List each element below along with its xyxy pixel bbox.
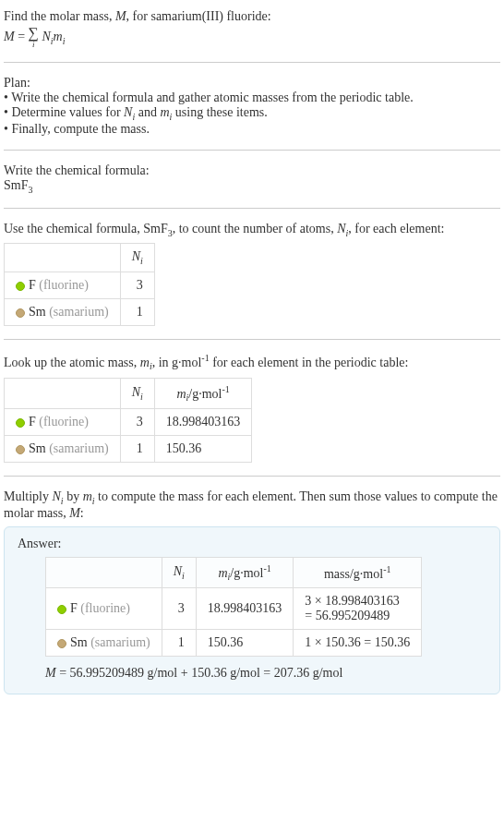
step2-prefix: Use the chemical formula, SmF [4,222,168,235]
element-dot-icon [57,605,66,614]
table2: Ni mi/g·mol-1 F (fluorine) 3 18.99840316… [4,378,252,463]
sigma-container: ∑i [29,26,39,49]
mass-cell: 3 × 18.998403163= 56.995209489 [294,588,422,630]
m-cell: 18.998403163 [196,588,294,630]
step2-var: N [337,222,345,235]
step3-sup: -1 [201,353,209,363]
element-cell: F (fluorine) [5,272,121,299]
element-name: (samarium) [88,635,150,649]
element-dot-icon [16,308,25,318]
element-cell: Sm (samarium) [46,630,162,657]
step2-mid: , to count the number of atoms, [173,222,337,235]
element-name: (fluorine) [36,415,89,429]
step3-section: Look up the atomic mass, mi, in g·mol-1 … [4,347,500,468]
answer-result: M = 56.995209489 g/mol + 150.36 g/mol = … [45,666,486,681]
sigma-sub: i [29,41,39,49]
table-header-n: Ni [120,378,154,408]
title-suffix: , for samarium(III) fluoride: [126,9,271,23]
table-row: Sm (samarium) 1 150.36 1 × 150.36 = 150.… [46,630,422,657]
sigma-icon: ∑ [29,25,39,41]
step4-mvar: M [69,506,80,520]
element-symbol: F [29,415,36,429]
plan-item: • Finally, compute the mass. [4,122,500,137]
step3-text: Look up the atomic mass, mi, in g·mol-1 … [4,353,500,371]
element-dot-icon [16,418,25,428]
divider [4,476,500,477]
element-dot-icon [57,639,66,648]
step4-m: m [83,489,92,503]
formula-sub: 3 [28,185,32,195]
divider [4,150,500,151]
formula-base: SmF [4,178,28,192]
step2-suffix: , for each element: [348,222,444,235]
answer-table: Ni mi/g·mol-1 mass/g·mol-1 F (fluorine) … [45,557,422,657]
element-name: (samarium) [46,305,109,319]
table-header-n: Ni [162,557,196,587]
element-dot-icon [16,445,25,454]
element-symbol: F [29,278,36,292]
table-header-row: Ni [5,244,155,272]
formula-n: N [42,30,50,43]
n-cell: 3 [120,409,154,436]
table-header-m: mi/g·mol-1 [154,378,252,408]
element-cell: F (fluorine) [46,588,162,630]
table-row: F (fluorine) 3 [5,272,155,299]
result-text: = 56.995209489 g/mol + 150.36 g/mol = 20… [56,666,343,680]
step4-prefix: Multiply [4,489,53,503]
formula-eq: = [15,30,29,43]
divider [4,62,500,63]
element-cell: Sm (samarium) [5,299,121,326]
n-cell: 1 [120,436,154,463]
element-symbol: Sm [29,441,46,455]
element-symbol: Sm [70,635,88,649]
step4-by: by [64,489,83,503]
table-header-n: Ni [120,244,154,272]
element-dot-icon [16,282,25,291]
m-cell: 150.36 [196,630,294,657]
table-header-mass: mass/g·mol-1 [294,557,422,587]
step3-var: m [140,356,150,369]
table-header-m: mi/g·mol-1 [196,557,294,587]
main-formula: M = ∑i Nimi [4,26,500,49]
element-cell: Sm (samarium) [5,436,121,463]
n-cell: 3 [162,588,196,630]
plan-item: • Determine values for Ni and mi using t… [4,105,500,122]
plan-heading: Plan: [4,76,500,91]
element-name: (fluorine) [36,278,89,292]
table-header-empty [46,557,162,587]
step3-mid: , in g·mol [152,356,202,369]
step4-section: Multiply Ni by mi to compute the mass fo… [4,484,500,700]
plan-section: Plan: • Write the chemical formula and g… [4,70,500,142]
answer-box: Answer: Ni mi/g·mol-1 mass/g·mol-1 F (fl… [4,526,500,694]
m-cell: 18.998403163 [154,409,252,436]
step4-text: Multiply Ni by mi to compute the mass fo… [4,489,500,521]
step1-section: Write the chemical formula: SmF3 [4,158,500,200]
step2-section: Use the chemical formula, SmF3, to count… [4,216,500,332]
table1: Ni F (fluorine) 3 Sm (samarium) 1 [4,243,155,326]
step4-suffix: : [80,506,84,520]
plan-item: • Write the chemical formula and gather … [4,91,500,105]
title-prefix: Find the molar mass, [4,9,115,23]
table-header-empty [5,244,121,272]
element-symbol: F [70,601,78,615]
n-cell: 1 [120,299,154,326]
table-row: F (fluorine) 3 18.998403163 3 × 18.99840… [46,588,422,630]
title-var: M [115,9,126,23]
step3-suffix: for each element in the periodic table: [210,356,409,369]
step3-prefix: Look up the atomic mass, [4,356,140,369]
result-var: M [45,666,56,680]
n-cell: 1 [162,630,196,657]
formula-m-sub: i [63,36,66,46]
mass-cell: 1 × 150.36 = 150.36 [294,630,422,657]
divider [4,208,500,209]
table-header-empty [5,378,121,408]
element-symbol: Sm [29,305,46,319]
divider [4,339,500,340]
table-row: F (fluorine) 3 18.998403163 [5,409,252,436]
element-cell: F (fluorine) [5,409,121,436]
answer-label: Answer: [18,537,486,551]
chemical-formula: SmF3 [4,178,500,195]
step2-text: Use the chemical formula, SmF3, to count… [4,222,500,238]
element-name: (samarium) [46,441,109,455]
element-name: (fluorine) [78,601,130,615]
